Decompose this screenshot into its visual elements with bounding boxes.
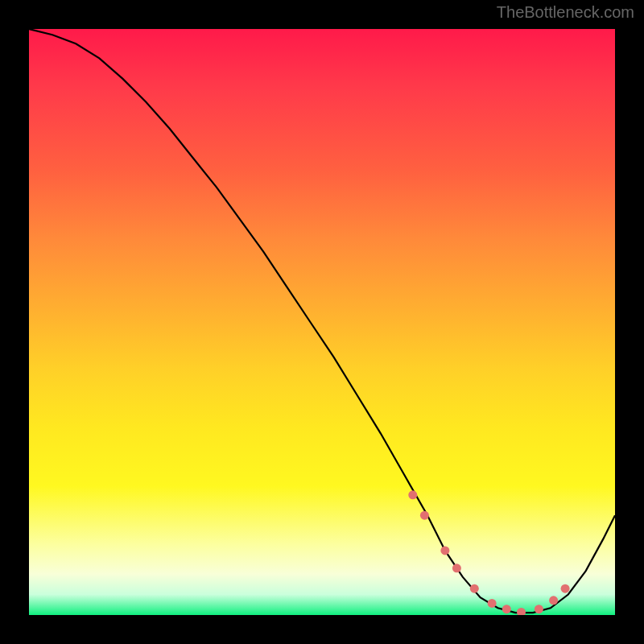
dot-marker	[561, 584, 570, 593]
dot-marker	[470, 584, 479, 593]
dot-marker	[420, 511, 429, 520]
dot-marker	[452, 564, 461, 572]
dot-marker	[408, 490, 417, 499]
watermark-text: TheBottleneck.com	[497, 3, 634, 22]
main-curve	[29, 29, 615, 613]
chart-svg	[29, 29, 615, 615]
chart-plot-area	[29, 29, 615, 615]
dot-markers	[408, 490, 569, 615]
dot-marker	[517, 608, 526, 615]
dot-marker	[502, 605, 511, 613]
dot-marker	[440, 546, 449, 555]
dot-marker	[549, 596, 558, 605]
dot-marker	[535, 605, 543, 613]
dot-marker	[488, 599, 497, 608]
